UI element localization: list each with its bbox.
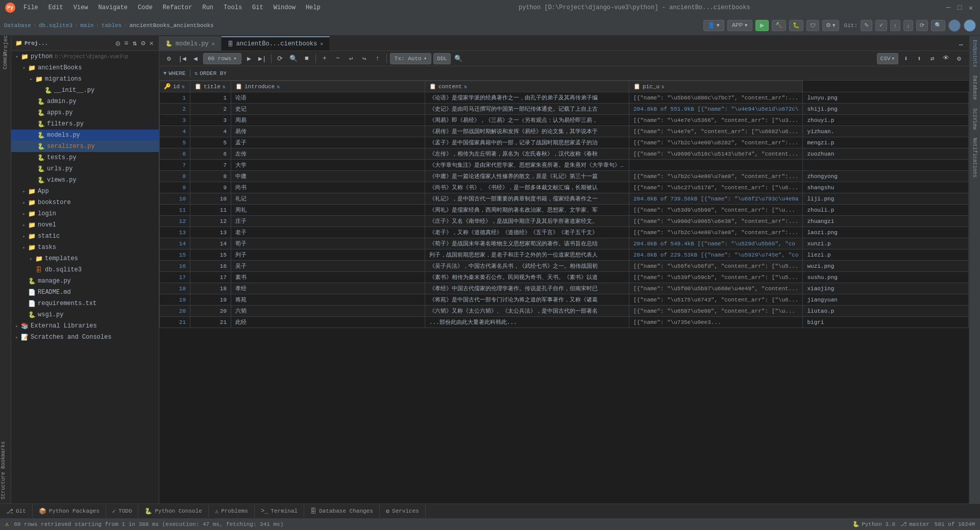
col-header-title[interactable]: 📋 title ⇅ xyxy=(190,81,231,92)
cell-title[interactable]: 荀子 xyxy=(231,238,425,249)
cell-id[interactable]: 18 xyxy=(190,283,231,294)
tree-file-init[interactable]: 🐍 __init__.py xyxy=(11,85,159,96)
close-panel-icon[interactable]: ✕ xyxy=(149,38,155,48)
cell-pic[interactable]: zhuangzi xyxy=(803,216,969,227)
tree-file-tests[interactable]: 🐍 tests.py xyxy=(11,152,159,163)
cell-content[interactable]: 204.8kB of 739.56kB [{"name": "\u66f2\u7… xyxy=(629,193,803,205)
close-btn[interactable]: ✕ xyxy=(967,4,975,12)
cell-id[interactable]: 4 xyxy=(190,126,231,137)
cell-content[interactable]: 204.8kB of 551.9kB [{"name": "\u4e94\u5e… xyxy=(629,104,803,115)
cell-title[interactable]: 易传 xyxy=(231,126,425,137)
search-btn[interactable]: 🔍 xyxy=(931,20,945,31)
tab-models[interactable]: 🐍 models.py ✕ xyxy=(159,36,222,51)
cell-id[interactable]: 13 xyxy=(190,227,231,238)
cell-introduce[interactable]: 《礼记》，是中国古代一部重要的典章制度书籍，儒家经典著作之一 xyxy=(425,193,629,205)
cell-content[interactable]: [{"name": "\u7b2c\u4e00\u7ae0", "content… xyxy=(629,227,803,238)
cell-content[interactable]: 204.8kB of 229.53kB [{"name": "\u5929\u7… xyxy=(629,249,803,261)
tree-folder-bookstore[interactable]: ▸ 📁 bookstore xyxy=(11,197,159,208)
cell-id[interactable]: 8 xyxy=(190,171,231,182)
menu-view[interactable]: View xyxy=(69,3,92,12)
cell-title[interactable]: 孝经 xyxy=(231,283,425,294)
upload-btn[interactable]: ↑ xyxy=(372,53,383,64)
search-text-btn[interactable]: 🔍 xyxy=(453,53,464,64)
cell-introduce[interactable]: 列子，战国前期思想家，是老子和庄子之外的另一位道家思想代表人 xyxy=(425,249,629,261)
cell-content[interactable]: [{"name": "\u4e7e\u5366", "content_arr":… xyxy=(629,115,803,126)
menu-edit[interactable]: Edit xyxy=(44,3,67,12)
remove-row-btn[interactable]: − xyxy=(332,53,344,64)
cell-pic[interactable]: liezi.p xyxy=(803,249,969,261)
cell-introduce[interactable]: 《庄子》又名《南华经》，是战国中期庄子及其后学所著道家经文。 xyxy=(425,216,629,227)
sidebar-item-database[interactable]: Database xyxy=(970,71,979,104)
tree-folder-login[interactable]: ▸ 📁 login xyxy=(11,208,159,219)
tx-selector[interactable]: Tx: Auto ▾ xyxy=(390,53,431,64)
structure-icon-btn[interactable]: Structure xyxy=(1,472,11,501)
cell-id[interactable]: 3 xyxy=(190,115,231,126)
cell-content[interactable]: [{"name": "\u7b2c\u4e00\u8282", "content… xyxy=(629,137,803,148)
sort-icon[interactable]: ⇅ xyxy=(132,38,138,48)
cell-id[interactable]: 20 xyxy=(190,306,231,317)
cell-title[interactable]: 论语 xyxy=(231,92,425,104)
tab-git[interactable]: ⎇ Git xyxy=(0,504,33,518)
cell-title[interactable]: 礼记 xyxy=(231,193,425,205)
tree-file-urls[interactable]: 🐍 urls.py xyxy=(11,163,159,174)
cell-introduce[interactable]: 《论语》是儒家学派的经典著作之一，由孔子的弟子及其再传弟子编 xyxy=(425,92,629,104)
table-row[interactable]: 1616吴子《吴子兵法》，中国古代著名兵书，《武经七书》之一。相传战国初[{"n… xyxy=(160,261,969,272)
tree-file-models[interactable]: 🐍 models.py xyxy=(11,130,159,141)
export-csv-btn[interactable]: CSV ▾ xyxy=(877,53,898,64)
cell-title[interactable]: 大学 xyxy=(231,160,425,171)
table-row[interactable]: 44易传《易传》是一部战国时期解说和发挥《易经》的论文集，其学说本于[{"nam… xyxy=(160,126,969,137)
cell-pic[interactable]: shangshu xyxy=(803,182,969,193)
cell-content[interactable]: [{"name": "\u735e\u0ee3... xyxy=(629,317,803,328)
cell-id[interactable]: 16 xyxy=(190,261,231,272)
cell-introduce[interactable]: ...部份此由此大量著此科韩此... xyxy=(425,317,629,328)
tree-file-db[interactable]: 🗄 db.sqlite3 xyxy=(11,264,159,275)
cell-pic[interactable]: bigri xyxy=(803,317,969,328)
undo-btn[interactable]: ↩ xyxy=(346,53,357,64)
cell-pic[interactable]: liji.png xyxy=(803,193,969,205)
menu-git[interactable]: Git xyxy=(248,3,267,12)
coverage-btn[interactable]: 🛡 xyxy=(806,20,819,31)
cell-title[interactable]: 此经 xyxy=(231,317,425,328)
cell-content[interactable]: [{"name": "\u900d\u9065\u6e38", "content… xyxy=(629,216,803,227)
cell-title[interactable]: 左传 xyxy=(231,148,425,160)
sidebar-item-sciview[interactable]: SciView xyxy=(970,104,979,134)
reload-btn[interactable]: ⟳ xyxy=(275,53,286,64)
cell-id[interactable]: 6 xyxy=(190,148,231,160)
git-edit[interactable]: ✎ xyxy=(861,20,872,31)
cell-id[interactable]: 12 xyxy=(190,216,231,227)
cell-pic[interactable]: zhongyong xyxy=(803,171,969,182)
table-row[interactable]: 99尚书《尚书》又称《书》、《书经》，是一部多体裁文献汇编，长期被认[{"nam… xyxy=(160,182,969,193)
tree-file-readme[interactable]: 📄 README.md xyxy=(11,287,159,298)
menu-refactor[interactable]: Refactor xyxy=(159,3,197,12)
cell-introduce[interactable]: 《孟子》是中国儒家典籍中的一部，记录了战国时期思想家孟子的治 xyxy=(425,137,629,148)
cell-content[interactable] xyxy=(629,160,803,171)
cell-pic[interactable]: xiaojing xyxy=(803,283,969,294)
cell-id[interactable]: 2 xyxy=(190,104,231,115)
cell-introduce[interactable]: 《中庸》是一篇论述儒家人性修养的散文，原是《礼记》第三十一篇 xyxy=(425,171,629,182)
settings-icon[interactable]: ⚙ xyxy=(140,38,146,48)
table-row[interactable]: 2020六韬《六韬》又称《太公六韬》、《太公兵法》，是中国古代的一部著名[{"n… xyxy=(160,306,969,317)
cell-title[interactable]: 列子 xyxy=(231,249,425,261)
profile-btn[interactable]: ⚙ ▾ xyxy=(822,20,839,31)
tree-folder-static[interactable]: ▸ 📁 static xyxy=(11,231,159,242)
nav-table-name[interactable]: ancientBooks_ancientbooks xyxy=(130,22,214,29)
cell-pic[interactable] xyxy=(803,160,969,171)
nav-prev-btn[interactable]: ◀ xyxy=(190,53,201,64)
tree-folder-scratches[interactable]: ▸ 📝 Scratches and Consoles xyxy=(11,332,159,343)
sidebar-item-notifications[interactable]: Notifications xyxy=(970,134,979,182)
tree-file-admin[interactable]: 🐍 admin.py xyxy=(11,96,159,107)
debug-btn[interactable]: 🐛 xyxy=(789,20,803,31)
cell-title[interactable]: 周礼 xyxy=(231,205,425,216)
tab-problems[interactable]: ⚠ Problems xyxy=(209,504,255,518)
cell-id[interactable]: 15 xyxy=(190,249,231,261)
cell-id[interactable]: 5 xyxy=(190,137,231,148)
run-btn[interactable]: ▶ xyxy=(755,20,769,31)
tree-file-views[interactable]: 🐍 views.py xyxy=(11,174,159,186)
user-btn[interactable]: 👤 ▾ xyxy=(703,20,724,31)
compare-btn[interactable]: ⇄ xyxy=(927,53,938,64)
cell-pic[interactable]: zhouli.p xyxy=(803,205,969,216)
where-filter-btn[interactable]: ▼ WHERE xyxy=(163,70,186,77)
upload2-btn[interactable]: ⬆ xyxy=(914,53,925,64)
cell-content[interactable]: [{"name": "\u5b66\u800c\u7bc7", "content… xyxy=(629,92,803,104)
tree-file-apps[interactable]: 🐍 apps.py xyxy=(11,107,159,118)
